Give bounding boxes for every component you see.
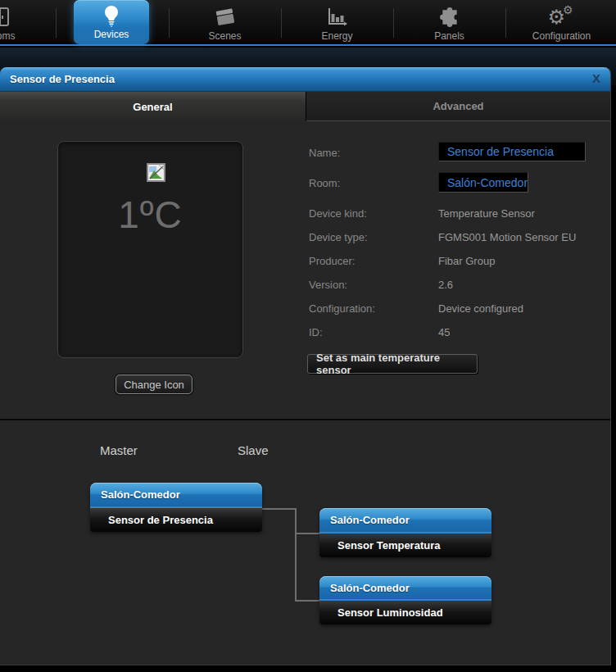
slave-device-row[interactable]: Sensor Temperatura	[319, 534, 491, 557]
field-label-producer: Producer:	[309, 255, 355, 267]
dialog-title: Sensor de Presencia	[10, 73, 115, 85]
temperature-reading: 1ºC	[58, 193, 242, 237]
slave-column-heading: Slave	[238, 443, 269, 457]
connector-line	[262, 508, 297, 510]
nav-tab-devices[interactable]: Devices	[74, 0, 149, 44]
slave-device-row[interactable]: Sensor Luminosidad	[319, 601, 491, 624]
nav-tab-scenes[interactable]: Scenes	[169, 0, 281, 46]
field-label-device-type: Device type:	[309, 231, 368, 243]
slave-room-header[interactable]: Salón-Comedor	[319, 576, 491, 601]
tab-general[interactable]: General	[0, 92, 306, 121]
nav-tab-rooms[interactable]: Rooms	[0, 0, 56, 46]
producer-value: Fibar Group	[438, 255, 495, 267]
field-label-configuration: Configuration:	[309, 302, 375, 315]
nav-tab-configuration-label: Configuration	[532, 30, 591, 42]
master-room-header[interactable]: Salón-Comedor	[90, 483, 262, 508]
top-navigation: Rooms Devices Scenes	[0, 0, 616, 46]
nav-tab-configuration[interactable]: ⚙⚙ Configuration	[505, 0, 616, 46]
field-label-device-kind: Device kind:	[309, 207, 367, 220]
master-column-heading: Master	[100, 443, 138, 457]
device-kind-value: Temperature Sensor	[438, 207, 535, 220]
version-value: 2.6	[438, 279, 453, 291]
gears-icon: ⚙⚙	[547, 4, 575, 30]
slave-device-card: Salón-Comedor Sensor Luminosidad	[319, 576, 491, 624]
broken-image-icon	[147, 163, 165, 185]
change-icon-button[interactable]: Change Icon	[116, 375, 192, 394]
dialog-tabbar: General Advanced	[0, 92, 610, 121]
id-value: 45	[438, 326, 450, 338]
nav-tab-energy[interactable]: Energy	[281, 0, 393, 46]
dialog-titlebar: Sensor de Presencia X	[0, 67, 610, 92]
master-device-row[interactable]: Sensor de Presencia	[90, 508, 262, 532]
rooms-icon	[0, 4, 11, 30]
connector-line	[295, 508, 297, 602]
clapperboard-icon	[214, 4, 237, 30]
device-icon-panel: 1ºC	[57, 141, 243, 358]
room-select[interactable]	[438, 172, 528, 193]
master-device-card: Salón-Comedor Sensor de Presencia	[90, 483, 262, 532]
lightbulb-icon	[102, 2, 120, 29]
bar-chart-icon	[326, 4, 349, 30]
field-label-name: Name:	[309, 147, 340, 159]
close-icon[interactable]: X	[592, 71, 600, 85]
section-divider	[0, 419, 610, 420]
field-label-id: ID:	[309, 326, 323, 338]
slave-room-header[interactable]: Salón-Comedor	[319, 508, 491, 534]
connector-line	[295, 533, 319, 534]
set-main-temperature-button[interactable]: Set as main temperature sensor	[307, 354, 478, 374]
name-input[interactable]	[438, 142, 586, 161]
nav-separator	[56, 8, 57, 38]
slave-device-card: Salón-Comedor Sensor Temperatura	[319, 508, 491, 557]
configuration-value: Device configured	[438, 302, 523, 315]
device-type-value: FGMS001 Motion Sensor EU	[438, 231, 576, 243]
nav-tab-devices-label: Devices	[94, 29, 129, 40]
nav-tab-panels-label: Panels	[434, 30, 464, 42]
field-label-room: Room:	[309, 177, 340, 189]
nav-tab-rooms-label: Rooms	[0, 30, 16, 42]
device-dialog: Sensor de Presencia X General Advanced 1…	[0, 67, 611, 665]
tab-advanced[interactable]: Advanced	[306, 92, 610, 121]
field-label-version: Version:	[309, 279, 347, 291]
nav-tab-panels[interactable]: Panels	[393, 0, 505, 46]
nav-tab-energy-label: Energy	[321, 30, 352, 42]
connector-line	[295, 600, 319, 602]
nav-tab-scenes-label: Scenes	[208, 30, 241, 42]
puzzle-icon	[438, 4, 461, 30]
